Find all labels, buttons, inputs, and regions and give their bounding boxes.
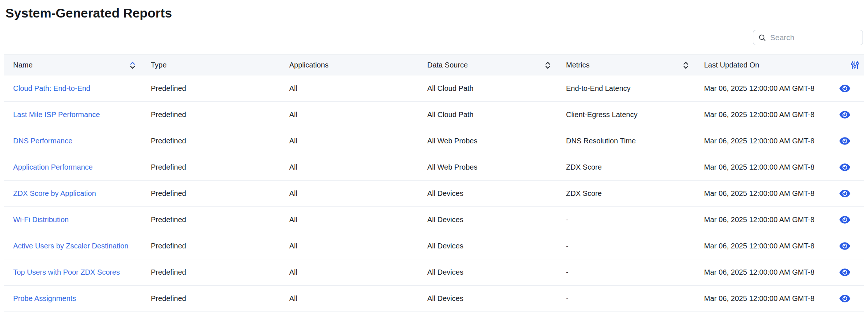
column-label-name: Name xyxy=(13,61,32,69)
eye-icon xyxy=(839,268,850,276)
report-name-link[interactable]: Wi-Fi Distribution xyxy=(13,216,69,224)
data-source-cell: All Devices xyxy=(427,242,566,250)
view-report-button[interactable] xyxy=(838,189,851,198)
data-source-value: All Devices xyxy=(427,216,463,224)
data-source-cell: All Cloud Path xyxy=(427,111,566,119)
metrics-value: ZDX Score xyxy=(566,163,602,171)
report-name-link[interactable]: Top Users with Poor ZDX Scores xyxy=(13,268,120,276)
metrics-cell: ZDX Score xyxy=(566,189,704,198)
type-value: Predefined xyxy=(151,268,186,276)
last-updated-value: Mar 06, 2025 12:00:00 AM GMT-8 xyxy=(704,111,814,119)
actions-cell xyxy=(830,241,864,251)
data-source-cell: All Devices xyxy=(427,268,566,276)
sort-icon xyxy=(545,61,551,70)
column-settings-button[interactable] xyxy=(850,60,860,71)
search-input[interactable] xyxy=(770,33,857,42)
column-header-name[interactable]: Name xyxy=(4,55,151,76)
view-report-button[interactable] xyxy=(838,162,851,172)
report-name-link[interactable]: DNS Performance xyxy=(13,137,72,145)
actions-cell xyxy=(830,267,864,277)
column-header-data-source[interactable]: Data Source xyxy=(427,55,566,76)
type-cell: Predefined xyxy=(151,163,289,171)
column-header-metrics[interactable]: Metrics xyxy=(566,55,704,76)
report-name-link[interactable]: Probe Assignments xyxy=(13,294,76,302)
last-updated-cell: Mar 06, 2025 12:00:00 AM GMT-8 xyxy=(704,242,830,250)
view-report-button[interactable] xyxy=(838,84,851,93)
view-report-button[interactable] xyxy=(838,136,851,146)
type-value: Predefined xyxy=(151,111,186,119)
type-value: Predefined xyxy=(151,216,186,224)
metrics-value: DNS Resolution Time xyxy=(566,137,636,145)
applications-value: All xyxy=(289,84,297,92)
last-updated-value: Mar 06, 2025 12:00:00 AM GMT-8 xyxy=(704,163,814,171)
applications-value: All xyxy=(289,111,297,119)
sort-icon xyxy=(130,61,135,70)
view-report-button[interactable] xyxy=(838,294,851,303)
view-report-button[interactable] xyxy=(838,215,851,225)
table-row: Probe Assignments Predefined All All Dev… xyxy=(4,286,864,312)
last-updated-value: Mar 06, 2025 12:00:00 AM GMT-8 xyxy=(704,242,814,250)
view-report-button[interactable] xyxy=(838,267,851,277)
applications-cell: All xyxy=(289,242,427,250)
eye-icon xyxy=(839,84,850,93)
metrics-cell: - xyxy=(566,242,704,250)
actions-cell xyxy=(830,162,864,172)
report-name-link[interactable]: ZDX Score by Application xyxy=(13,189,96,197)
data-source-cell: All Devices xyxy=(427,189,566,198)
eye-icon xyxy=(839,111,850,119)
data-source-value: All Cloud Path xyxy=(427,84,474,92)
last-updated-cell: Mar 06, 2025 12:00:00 AM GMT-8 xyxy=(704,268,830,276)
view-report-button[interactable] xyxy=(838,241,851,251)
column-label-type: Type xyxy=(151,61,167,69)
name-cell: Last Mile ISP Performance xyxy=(4,111,151,119)
actions-cell xyxy=(830,215,864,225)
type-cell: Predefined xyxy=(151,84,289,93)
last-updated-cell: Mar 06, 2025 12:00:00 AM GMT-8 xyxy=(704,294,830,303)
table-header: Name Type Applications Data Source xyxy=(4,54,864,76)
report-name-link[interactable]: Application Performance xyxy=(13,163,93,171)
eye-icon xyxy=(839,189,850,198)
data-source-cell: All Web Probes xyxy=(427,163,566,171)
data-source-cell: All Devices xyxy=(427,294,566,303)
metrics-value: Client-Egress Latency xyxy=(566,111,638,119)
applications-value: All xyxy=(289,189,297,197)
reports-page: System-Generated Reports Name T xyxy=(0,6,868,312)
toolbar xyxy=(4,30,864,45)
report-name-link[interactable]: Cloud Path: End-to-End xyxy=(13,84,90,92)
metrics-cell: - xyxy=(566,216,704,224)
data-source-value: All Devices xyxy=(427,268,463,276)
type-cell: Predefined xyxy=(151,268,289,276)
last-updated-cell: Mar 06, 2025 12:00:00 AM GMT-8 xyxy=(704,137,830,145)
metrics-cell: End-to-End Latency xyxy=(566,84,704,93)
actions-cell xyxy=(830,136,864,146)
data-source-value: All Devices xyxy=(427,242,463,250)
column-label-last-updated-on: Last Updated On xyxy=(704,61,759,69)
eye-icon xyxy=(839,216,850,224)
applications-cell: All xyxy=(289,137,427,145)
applications-cell: All xyxy=(289,216,427,224)
data-source-value: All Cloud Path xyxy=(427,111,474,119)
applications-cell: All xyxy=(289,294,427,303)
data-source-cell: All Devices xyxy=(427,216,566,224)
last-updated-value: Mar 06, 2025 12:00:00 AM GMT-8 xyxy=(704,216,814,224)
eye-icon xyxy=(839,294,850,303)
name-cell: Cloud Path: End-to-End xyxy=(4,84,151,93)
name-cell: Application Performance xyxy=(4,163,151,171)
data-source-cell: All Web Probes xyxy=(427,137,566,145)
search-icon xyxy=(758,34,766,42)
eye-icon xyxy=(839,242,850,250)
column-label-data-source: Data Source xyxy=(427,61,468,69)
view-report-button[interactable] xyxy=(838,110,851,120)
metrics-value: - xyxy=(566,294,569,302)
applications-cell: All xyxy=(289,84,427,93)
metrics-value: - xyxy=(566,216,569,224)
table-row: Application Performance Predefined All A… xyxy=(4,154,864,181)
report-name-link[interactable]: Active Users by Zscaler Destination xyxy=(13,242,129,250)
type-value: Predefined xyxy=(151,137,186,145)
report-name-link[interactable]: Last Mile ISP Performance xyxy=(13,111,100,119)
data-source-value: All Web Probes xyxy=(427,163,477,171)
metrics-cell: - xyxy=(566,268,704,276)
table-row: Top Users with Poor ZDX Scores Predefine… xyxy=(4,259,864,286)
type-cell: Predefined xyxy=(151,242,289,250)
column-header-last-updated-on: Last Updated On xyxy=(704,55,830,76)
